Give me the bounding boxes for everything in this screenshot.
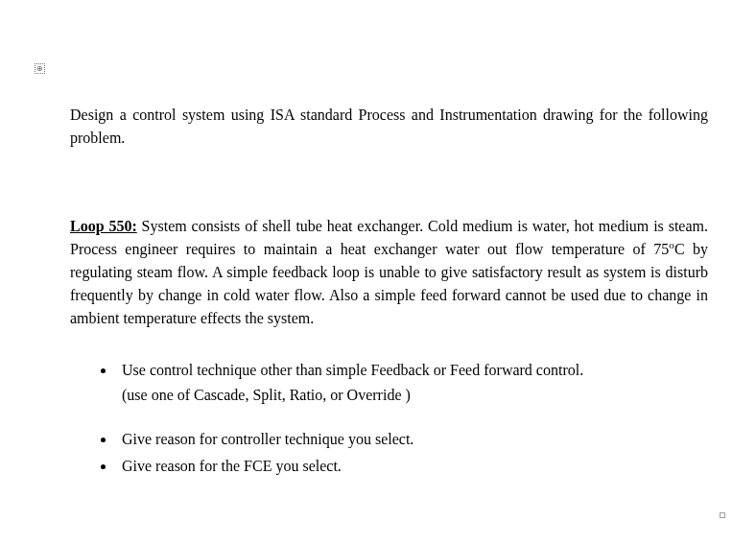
bullet-text: Give reason for controller technique you… [122,431,413,447]
list-item: Use control technique other than simple … [116,359,708,407]
bullet-text: Use control technique other than simple … [122,362,583,378]
spacer [70,173,708,215]
body-content: Design a control system using ISA standa… [70,104,708,482]
list-item: Give reason for the FCE you select. [116,455,708,478]
anchor-glyph: ⊕ [36,64,43,72]
loop-body-1: System consists of shell tube heat excha… [70,218,708,257]
bullet-text: Give reason for the FCE you select. [122,458,342,474]
end-of-section-mark [720,512,725,518]
loop-paragraph: Loop 550: System consists of shell tube … [70,215,708,330]
intro-paragraph: Design a control system using ISA standa… [70,104,708,150]
document-page: ⊕ Design a control system using ISA stan… [0,0,756,545]
object-anchor-icon: ⊕ [35,63,45,74]
bullet-list: Use control technique other than simple … [70,359,708,478]
bullet-subtext: (use one of Cascade, Split, Ratio, or Ov… [122,384,708,407]
loop-heading: Loop 550: [70,218,137,234]
list-item: Give reason for controller technique you… [116,428,708,451]
intro-text: Design a control system using ISA standa… [70,107,708,146]
